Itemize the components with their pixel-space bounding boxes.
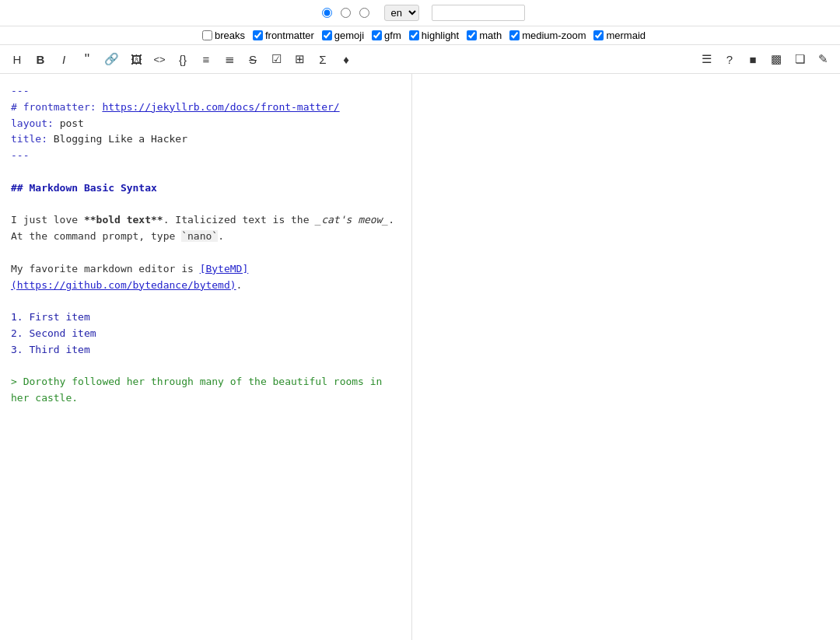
- toolbar-help[interactable]: ?: [719, 48, 740, 70]
- toolbar-strikethrough[interactable]: S: [242, 48, 264, 70]
- plugin-gfm-check[interactable]: [372, 30, 382, 40]
- toolbar-right: ☰ ? ■ ▩ ❏ ✎: [695, 48, 834, 70]
- plugin-breaks-check[interactable]: [202, 30, 212, 40]
- plugin-mermaid-check[interactable]: [593, 30, 604, 40]
- toolbar-heading[interactable]: H: [6, 48, 28, 70]
- toolbar-task[interactable]: ☑: [265, 48, 287, 70]
- toolbar-diagram[interactable]: ♦: [335, 48, 357, 70]
- plugin-highlight[interactable]: highlight: [409, 30, 459, 41]
- toolbar-link[interactable]: 🔗: [100, 48, 124, 70]
- toolbar-ol[interactable]: ≣: [219, 48, 240, 70]
- mode-bar: enzhfrde: [0, 0, 840, 26]
- maxlength-input[interactable]: [432, 5, 525, 21]
- editor-toolbar: H B I " 🔗 🖼 <> {} ≡ ≣ S ☑ ⊞ Σ ♦ ☰ ? ■ ▩ …: [0, 45, 840, 74]
- toolbar-bold[interactable]: B: [30, 48, 51, 70]
- toolbar-code-block[interactable]: {}: [172, 48, 194, 70]
- plugins-bar: breaks frontmatter gemoji gfm highlight …: [0, 26, 840, 45]
- locale-select[interactable]: enzhfrde: [384, 5, 419, 21]
- mode-split-label[interactable]: [341, 8, 353, 18]
- toolbar-view-editor[interactable]: ■: [742, 48, 764, 70]
- toolbar-table[interactable]: ⊞: [289, 48, 310, 70]
- toolbar-image[interactable]: 🖼: [125, 48, 147, 70]
- plugin-highlight-check[interactable]: [409, 30, 419, 40]
- plugin-gemoji-check[interactable]: [322, 30, 332, 40]
- mode-split-radio[interactable]: [341, 8, 351, 18]
- mode-tab-label[interactable]: [359, 8, 372, 18]
- toolbar-menu[interactable]: ☰: [695, 48, 717, 70]
- toolbar-fullscreen[interactable]: ❏: [789, 48, 810, 70]
- editor-pane[interactable]: --- # frontmatter: https://jekyllrb.com/…: [0, 74, 412, 640]
- toolbar-view-split[interactable]: ▩: [765, 48, 787, 70]
- plugin-breaks[interactable]: breaks: [202, 30, 245, 41]
- plugin-math-check[interactable]: [467, 30, 477, 40]
- toolbar-italic[interactable]: I: [53, 48, 75, 70]
- plugin-gemoji[interactable]: gemoji: [322, 30, 364, 41]
- plugin-medium-zoom[interactable]: medium-zoom: [509, 30, 586, 41]
- mode-auto-radio[interactable]: [322, 8, 332, 18]
- main-area: --- # frontmatter: https://jekyllrb.com/…: [0, 74, 840, 640]
- toolbar-code-inline[interactable]: <>: [149, 48, 170, 70]
- plugin-frontmatter[interactable]: frontmatter: [253, 30, 314, 41]
- editor-content: --- # frontmatter: https://jekyllrb.com/…: [11, 83, 401, 423]
- plugin-frontmatter-check[interactable]: [253, 30, 263, 40]
- mode-auto-label[interactable]: [322, 8, 334, 18]
- toolbar-quote[interactable]: ": [76, 48, 98, 70]
- plugin-mermaid[interactable]: mermaid: [593, 30, 646, 41]
- toolbar-math[interactable]: Σ: [312, 48, 334, 70]
- plugin-gfm[interactable]: gfm: [372, 30, 401, 41]
- plugin-math[interactable]: math: [467, 30, 502, 41]
- mode-tab-radio[interactable]: [359, 8, 369, 18]
- toolbar-ul[interactable]: ≡: [195, 48, 217, 70]
- plugin-medium-zoom-check[interactable]: [509, 30, 520, 40]
- toolbar-github[interactable]: ✎: [812, 48, 834, 70]
